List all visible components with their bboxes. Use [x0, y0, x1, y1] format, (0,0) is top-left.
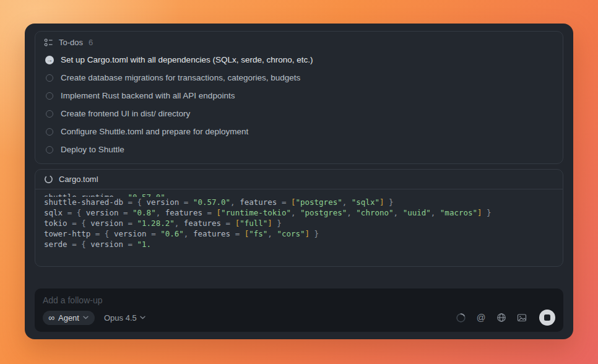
mention-icon[interactable]: @ [475, 312, 487, 323]
composer-actions: @ [455, 310, 555, 326]
empty-circle-icon [46, 92, 53, 100]
code-line: shuttle-runtime = "0.57.0" [44, 192, 554, 197]
todo-label: Create database migrations for transacti… [61, 73, 300, 82]
file-header: Cargo.toml [35, 170, 563, 189]
todo-state-icon: → [45, 56, 54, 64]
todo-item[interactable]: → Set up Cargo.toml with all dependencie… [44, 51, 554, 69]
todos-panel: To-dos 6 → Set up Cargo.toml with all de… [35, 31, 563, 164]
agent-mode-selector[interactable]: ∞ Agent [43, 311, 95, 325]
todo-state-icon [45, 110, 54, 118]
code-line: tokio = { version = "1.28.2", features =… [44, 218, 554, 228]
code-line: serde = { version = "1. [44, 239, 554, 249]
todo-state-icon [45, 145, 54, 154]
todo-state-icon [45, 92, 54, 100]
empty-circle-icon [46, 128, 53, 136]
composer-placeholder-text[interactable]: Add a follow-up [43, 295, 555, 305]
agent-mode-label: Agent [58, 313, 79, 323]
file-title: Cargo.toml [59, 175, 98, 184]
todo-item[interactable]: Create database migrations for transacti… [44, 69, 554, 87]
composer-toolbar: ∞ Agent Opus 4.5 [43, 310, 555, 326]
todo-item[interactable]: Configure Shuttle.toml and prepare for d… [44, 123, 554, 141]
todo-state-icon [45, 74, 54, 82]
todos-header: To-dos 6 [44, 38, 554, 47]
todo-label: Implement Rust backend with all API endp… [61, 91, 235, 100]
spinner-icon[interactable] [455, 312, 466, 323]
chevron-down-icon [83, 316, 89, 319]
globe-icon[interactable] [496, 312, 507, 323]
todo-item[interactable]: Deploy to Shuttle [44, 141, 554, 158]
model-selector[interactable]: Opus 4.5 [104, 313, 145, 323]
empty-circle-icon [46, 74, 53, 82]
empty-circle-icon [46, 146, 53, 154]
todo-item[interactable]: Implement Rust backend with all API endp… [44, 87, 554, 105]
stop-square-icon [544, 314, 550, 321]
stop-button[interactable] [539, 310, 555, 326]
spinner-icon [44, 175, 53, 184]
checklist-icon [44, 38, 53, 47]
todo-label: Deploy to Shuttle [61, 145, 124, 154]
infinity-icon: ∞ [48, 313, 54, 322]
todo-item[interactable]: Create frontend UI in dist/ directory [44, 105, 554, 123]
code-line: shuttle-shared-db = { version = "0.57.0"… [44, 197, 554, 207]
code-line: tower-http = { version = "0.6", features… [44, 228, 554, 239]
composer[interactable]: Add a follow-up ∞ Agent Opus 4.5 [35, 288, 563, 332]
image-icon[interactable] [516, 312, 527, 323]
code-line: sqlx = { version = "0.8", features = ["r… [44, 207, 554, 218]
file-panel: Cargo.toml shuttle-runtime = "0.57.0"shu… [35, 169, 563, 267]
empty-circle-icon [46, 110, 53, 118]
desktop-background: { "todos": { "title": "To-dos", "count":… [0, 0, 598, 364]
arrow-right-icon: → [45, 56, 54, 64]
todo-label: Set up Cargo.toml with all dependencies … [61, 55, 313, 64]
todo-label: Configure Shuttle.toml and prepare for d… [61, 127, 248, 136]
app-window: To-dos 6 → Set up Cargo.toml with all de… [25, 24, 573, 339]
todos-count: 6 [89, 38, 93, 47]
model-label: Opus 4.5 [104, 313, 137, 323]
chevron-down-icon [140, 316, 145, 319]
code-block[interactable]: shuttle-runtime = "0.57.0"shuttle-shared… [35, 189, 563, 266]
todo-state-icon [45, 128, 54, 136]
todos-title: To-dos [59, 38, 83, 47]
todo-label: Create frontend UI in dist/ directory [61, 109, 190, 118]
todo-list: → Set up Cargo.toml with all dependencie… [44, 51, 554, 158]
